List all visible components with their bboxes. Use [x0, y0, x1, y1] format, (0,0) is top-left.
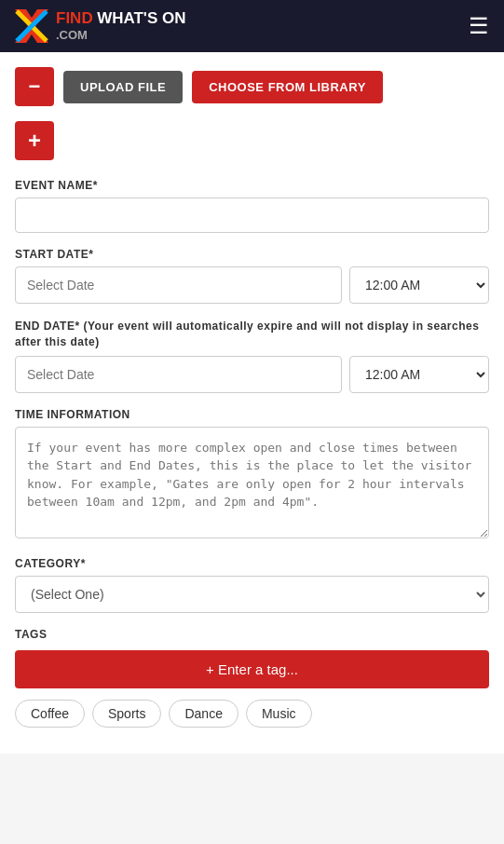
- add-tag-button[interactable]: + Enter a tag...: [15, 650, 489, 688]
- upload-file-button[interactable]: UPLOAD FILE: [63, 71, 183, 103]
- category-select[interactable]: (Select One) Arts Business Community Dan…: [15, 576, 489, 613]
- category-label: CATEGORY*: [15, 557, 489, 570]
- time-info-section: TIME INFORMATION: [15, 408, 489, 542]
- file-upload-row: − UPLOAD FILE CHOOSE FROM LIBRARY: [15, 67, 489, 106]
- time-info-label: TIME INFORMATION: [15, 408, 489, 421]
- remove-file-button[interactable]: −: [15, 67, 54, 106]
- tag-dance[interactable]: Dance: [169, 700, 238, 728]
- end-date-input[interactable]: [15, 356, 342, 393]
- main-content: − UPLOAD FILE CHOOSE FROM LIBRARY + EVEN…: [0, 52, 504, 754]
- start-time-select[interactable]: 12:00 AM 12:30 AM 1:00 AM 1:30 AM: [349, 266, 489, 304]
- tags-list: Coffee Sports Dance Music: [15, 700, 489, 728]
- start-date-input[interactable]: [15, 266, 342, 304]
- time-info-textarea[interactable]: [15, 427, 489, 538]
- navbar: FIND WHAT'S ON .COM ☰: [0, 0, 504, 52]
- end-time-select[interactable]: 12:00 AM 12:30 AM 1:00 AM 1:30 AM: [349, 356, 489, 393]
- end-date-time-row: 12:00 AM 12:30 AM 1:00 AM 1:30 AM: [15, 356, 489, 393]
- tag-music[interactable]: Music: [246, 700, 312, 728]
- add-btn-row: +: [15, 121, 489, 160]
- tag-coffee[interactable]: Coffee: [15, 700, 85, 728]
- hamburger-menu-icon[interactable]: ☰: [469, 13, 489, 39]
- tags-label: TAGS: [15, 628, 489, 641]
- event-name-input[interactable]: [15, 197, 489, 233]
- event-name-section: EVENT NAME*: [15, 179, 489, 233]
- event-name-label: EVENT NAME*: [15, 179, 489, 192]
- start-date-label: START DATE*: [15, 248, 489, 261]
- end-date-section: END DATE* (Your event will automatically…: [15, 319, 489, 393]
- start-date-time-row: 12:00 AM 12:30 AM 1:00 AM 1:30 AM: [15, 266, 489, 304]
- logo: FIND WHAT'S ON .COM: [15, 9, 185, 43]
- tags-section: TAGS + Enter a tag... Coffee Sports Danc…: [15, 628, 489, 728]
- logo-icon: [15, 9, 48, 43]
- logo-text: FIND WHAT'S ON .COM: [56, 9, 185, 43]
- add-button[interactable]: +: [15, 121, 54, 160]
- start-date-section: START DATE* 12:00 AM 12:30 AM 1:00 AM 1:…: [15, 248, 489, 304]
- tag-sports[interactable]: Sports: [92, 700, 161, 728]
- choose-from-library-button[interactable]: CHOOSE FROM LIBRARY: [192, 71, 383, 103]
- category-section: CATEGORY* (Select One) Arts Business Com…: [15, 557, 489, 613]
- end-date-label: END DATE* (Your event will automatically…: [15, 319, 489, 350]
